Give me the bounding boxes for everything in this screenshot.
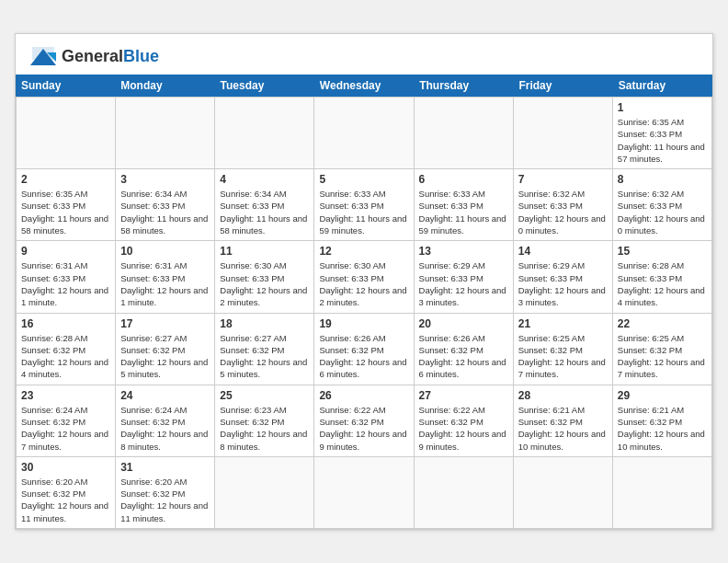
calendar-cell-20: 20Sunrise: 6:26 AM Sunset: 6:32 PM Dayli… bbox=[415, 314, 514, 385]
calendar-cell-23: 23Sunrise: 6:24 AM Sunset: 6:32 PM Dayli… bbox=[17, 385, 116, 457]
cell-date-number: 25 bbox=[220, 389, 309, 402]
calendar-cell-21: 21Sunrise: 6:25 AM Sunset: 6:32 PM Dayli… bbox=[514, 314, 613, 385]
cell-info-text: Sunrise: 6:29 AM Sunset: 6:33 PM Dayligh… bbox=[518, 259, 608, 308]
cell-date-number: 28 bbox=[518, 389, 608, 402]
calendar-cell-13: 13Sunrise: 6:29 AM Sunset: 6:33 PM Dayli… bbox=[415, 241, 514, 313]
cell-date-number: 16 bbox=[21, 317, 110, 330]
calendar-cell-25: 25Sunrise: 6:23 AM Sunset: 6:32 PM Dayli… bbox=[215, 385, 314, 457]
cell-info-text: Sunrise: 6:21 AM Sunset: 6:32 PM Dayligh… bbox=[518, 404, 608, 453]
cell-info-text: Sunrise: 6:22 AM Sunset: 6:32 PM Dayligh… bbox=[419, 404, 508, 453]
calendar-cell-14: 14Sunrise: 6:29 AM Sunset: 6:33 PM Dayli… bbox=[514, 241, 613, 313]
cell-info-text: Sunrise: 6:30 AM Sunset: 6:33 PM Dayligh… bbox=[319, 259, 408, 308]
cell-date-number: 14 bbox=[518, 245, 608, 258]
cell-date-number: 21 bbox=[518, 317, 608, 330]
cell-info-text: Sunrise: 6:25 AM Sunset: 6:32 PM Dayligh… bbox=[618, 332, 707, 381]
day-headers-row: SundayMondayTuesdayWednesdayThursdayFrid… bbox=[16, 75, 712, 97]
calendar-cell-empty bbox=[415, 457, 514, 529]
cell-date-number: 15 bbox=[618, 245, 707, 258]
logo-text: GeneralBlue bbox=[62, 48, 159, 64]
cell-info-text: Sunrise: 6:21 AM Sunset: 6:32 PM Dayligh… bbox=[618, 404, 707, 453]
calendar-cell-30: 30Sunrise: 6:20 AM Sunset: 6:32 PM Dayli… bbox=[17, 457, 116, 529]
cell-date-number: 26 bbox=[319, 389, 408, 402]
cell-date-number: 27 bbox=[419, 389, 508, 402]
calendar-cell-18: 18Sunrise: 6:27 AM Sunset: 6:32 PM Dayli… bbox=[215, 314, 314, 385]
cell-date-number: 4 bbox=[220, 173, 309, 186]
cell-date-number: 3 bbox=[120, 173, 210, 186]
cell-info-text: Sunrise: 6:27 AM Sunset: 6:32 PM Dayligh… bbox=[220, 332, 309, 381]
calendar-cell-5: 5Sunrise: 6:33 AM Sunset: 6:33 PM Daylig… bbox=[314, 169, 414, 241]
calendar-cell-28: 28Sunrise: 6:21 AM Sunset: 6:32 PM Dayli… bbox=[514, 385, 613, 457]
cell-info-text: Sunrise: 6:29 AM Sunset: 6:33 PM Dayligh… bbox=[419, 259, 508, 308]
calendar-cell-empty bbox=[314, 98, 414, 169]
day-header-tuesday: Tuesday bbox=[215, 75, 314, 97]
day-header-wednesday: Wednesday bbox=[314, 75, 414, 97]
cell-date-number: 30 bbox=[21, 461, 110, 474]
calendar-cell-empty bbox=[215, 98, 314, 169]
cell-date-number: 18 bbox=[220, 317, 309, 330]
calendar-cell-9: 9Sunrise: 6:31 AM Sunset: 6:33 PM Daylig… bbox=[17, 241, 116, 313]
cell-date-number: 1 bbox=[618, 101, 707, 114]
cell-info-text: Sunrise: 6:35 AM Sunset: 6:33 PM Dayligh… bbox=[21, 188, 110, 236]
calendar-cell-6: 6Sunrise: 6:33 AM Sunset: 6:33 PM Daylig… bbox=[415, 169, 514, 241]
calendar-cell-empty bbox=[514, 98, 613, 169]
cell-info-text: Sunrise: 6:23 AM Sunset: 6:32 PM Dayligh… bbox=[220, 404, 309, 453]
cell-info-text: Sunrise: 6:32 AM Sunset: 6:33 PM Dayligh… bbox=[618, 188, 707, 236]
cell-date-number: 6 bbox=[419, 173, 508, 186]
logo-wrapper: GeneralBlue bbox=[28, 43, 159, 69]
cell-date-number: 17 bbox=[120, 317, 210, 330]
cell-info-text: Sunrise: 6:34 AM Sunset: 6:33 PM Dayligh… bbox=[220, 188, 309, 236]
calendar-cell-17: 17Sunrise: 6:27 AM Sunset: 6:32 PM Dayli… bbox=[116, 314, 215, 385]
cell-date-number: 20 bbox=[419, 317, 508, 330]
cell-date-number: 2 bbox=[21, 173, 110, 186]
calendar-cell-empty bbox=[514, 457, 613, 529]
calendar-cell-empty bbox=[415, 98, 514, 169]
cell-info-text: Sunrise: 6:24 AM Sunset: 6:32 PM Dayligh… bbox=[21, 404, 110, 453]
calendar-grid: 1Sunrise: 6:35 AM Sunset: 6:33 PM Daylig… bbox=[16, 97, 712, 529]
calendar-cell-22: 22Sunrise: 6:25 AM Sunset: 6:32 PM Dayli… bbox=[613, 314, 712, 385]
cell-date-number: 31 bbox=[120, 461, 210, 474]
calendar-container: GeneralBlue SundayMondayTuesdayWednesday… bbox=[15, 33, 713, 530]
calendar-cell-12: 12Sunrise: 6:30 AM Sunset: 6:33 PM Dayli… bbox=[314, 241, 414, 313]
calendar-cell-empty bbox=[215, 457, 314, 529]
cell-date-number: 24 bbox=[120, 389, 210, 402]
cell-date-number: 12 bbox=[319, 245, 408, 258]
cell-info-text: Sunrise: 6:24 AM Sunset: 6:32 PM Dayligh… bbox=[120, 404, 210, 453]
logo-area: GeneralBlue bbox=[28, 43, 159, 69]
cell-date-number: 10 bbox=[120, 245, 210, 258]
cell-info-text: Sunrise: 6:30 AM Sunset: 6:33 PM Dayligh… bbox=[220, 259, 309, 308]
calendar-cell-27: 27Sunrise: 6:22 AM Sunset: 6:32 PM Dayli… bbox=[415, 385, 514, 457]
calendar-cell-empty bbox=[17, 98, 116, 169]
calendar-cell-4: 4Sunrise: 6:34 AM Sunset: 6:33 PM Daylig… bbox=[215, 169, 314, 241]
calendar-cell-empty bbox=[613, 457, 712, 529]
cell-date-number: 22 bbox=[618, 317, 707, 330]
cell-info-text: Sunrise: 6:26 AM Sunset: 6:32 PM Dayligh… bbox=[319, 332, 408, 381]
cell-date-number: 19 bbox=[319, 317, 408, 330]
calendar-cell-31: 31Sunrise: 6:20 AM Sunset: 6:32 PM Dayli… bbox=[116, 457, 215, 529]
cell-date-number: 5 bbox=[319, 173, 408, 186]
cell-info-text: Sunrise: 6:33 AM Sunset: 6:33 PM Dayligh… bbox=[319, 188, 408, 236]
cell-date-number: 7 bbox=[518, 173, 608, 186]
day-header-friday: Friday bbox=[513, 75, 612, 97]
cell-date-number: 23 bbox=[21, 389, 110, 402]
cell-info-text: Sunrise: 6:20 AM Sunset: 6:32 PM Dayligh… bbox=[120, 476, 210, 524]
cell-info-text: Sunrise: 6:27 AM Sunset: 6:32 PM Dayligh… bbox=[120, 332, 210, 381]
cell-info-text: Sunrise: 6:31 AM Sunset: 6:33 PM Dayligh… bbox=[21, 259, 110, 308]
calendar-header: GeneralBlue bbox=[16, 34, 712, 75]
calendar-cell-2: 2Sunrise: 6:35 AM Sunset: 6:33 PM Daylig… bbox=[17, 169, 116, 241]
cell-info-text: Sunrise: 6:20 AM Sunset: 6:32 PM Dayligh… bbox=[21, 476, 110, 524]
cell-date-number: 11 bbox=[220, 245, 309, 258]
calendar-cell-10: 10Sunrise: 6:31 AM Sunset: 6:33 PM Dayli… bbox=[116, 241, 215, 313]
cell-info-text: Sunrise: 6:35 AM Sunset: 6:33 PM Dayligh… bbox=[618, 116, 707, 165]
calendar-cell-1: 1Sunrise: 6:35 AM Sunset: 6:33 PM Daylig… bbox=[613, 98, 712, 169]
cell-info-text: Sunrise: 6:28 AM Sunset: 6:32 PM Dayligh… bbox=[21, 332, 110, 381]
calendar-cell-29: 29Sunrise: 6:21 AM Sunset: 6:32 PM Dayli… bbox=[613, 385, 712, 457]
cell-date-number: 9 bbox=[21, 245, 110, 258]
cell-info-text: Sunrise: 6:22 AM Sunset: 6:32 PM Dayligh… bbox=[319, 404, 408, 453]
calendar-cell-empty bbox=[116, 98, 215, 169]
cell-info-text: Sunrise: 6:32 AM Sunset: 6:33 PM Dayligh… bbox=[518, 188, 608, 236]
cell-info-text: Sunrise: 6:26 AM Sunset: 6:32 PM Dayligh… bbox=[419, 332, 508, 381]
cell-info-text: Sunrise: 6:33 AM Sunset: 6:33 PM Dayligh… bbox=[419, 188, 508, 236]
calendar-cell-8: 8Sunrise: 6:32 AM Sunset: 6:33 PM Daylig… bbox=[613, 169, 712, 241]
calendar-cell-24: 24Sunrise: 6:24 AM Sunset: 6:32 PM Dayli… bbox=[116, 385, 215, 457]
cell-info-text: Sunrise: 6:25 AM Sunset: 6:32 PM Dayligh… bbox=[518, 332, 608, 381]
